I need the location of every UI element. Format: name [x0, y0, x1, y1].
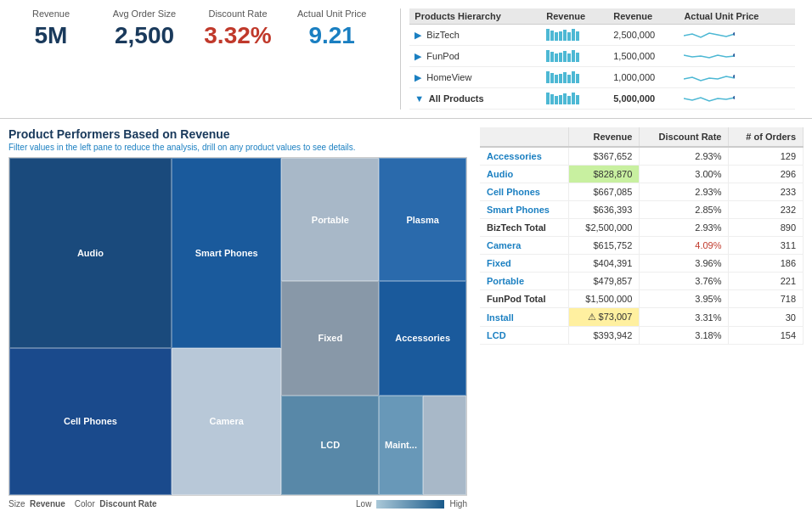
ph-row[interactable]: ▶ HomeView 1,000,000 — [409, 67, 795, 88]
dt-name[interactable]: FunPod Total — [480, 290, 569, 308]
dt-revenue: $1,500,000 — [569, 290, 640, 308]
ph-bars — [541, 25, 608, 46]
kpi-discount-label: Discount Rate — [208, 8, 267, 19]
treemap-cell-audio[interactable]: Audio — [9, 158, 172, 348]
ph-bars — [541, 67, 608, 88]
kpi-discount: Discount Rate 3.32% — [204, 8, 272, 110]
ph-value: 5,000,000 — [608, 88, 679, 110]
dt-row[interactable]: Cell Phones $667,085 2.93% 233 — [480, 183, 804, 201]
dt-name[interactable]: Audio — [480, 166, 569, 183]
data-table-section: Revenue Discount Rate # of Orders Access… — [476, 119, 812, 517]
dt-revenue: $667,085 — [569, 183, 640, 201]
dt-discount: 4.09% — [640, 237, 729, 255]
dt-discount: 2.85% — [640, 201, 729, 219]
products-hierarchy-table: Products Hierarchy Revenue Revenue Actua… — [409, 8, 795, 110]
dt-col-name — [480, 127, 569, 147]
treemap-legend: Size Revenue Color Discount Rate Low Hig… — [8, 499, 467, 509]
dt-discount: 2.93% — [640, 147, 729, 166]
legend-size-label: Size — [8, 499, 25, 509]
treemap-subtitle-static: Filter values in the left pane to reduce… — [8, 143, 200, 152]
ph-name: ▼ All Products — [409, 88, 541, 110]
dt-orders: 233 — [729, 183, 804, 201]
gradient-bar — [376, 500, 444, 509]
dt-row[interactable]: FunPod Total $1,500,000 3.95% 718 — [480, 290, 804, 308]
dt-name[interactable]: BizTech Total — [480, 219, 569, 237]
treemap-title: Product Performers Based on Revenue — [8, 127, 467, 141]
ph-value: 1,000,000 — [608, 67, 679, 88]
treemap-cell-accessories[interactable]: Accessories — [379, 281, 466, 395]
dt-orders: 154 — [729, 327, 804, 345]
dt-revenue: $636,393 — [569, 201, 640, 219]
treemap-cell-camera[interactable]: Camera — [172, 348, 281, 495]
dt-row[interactable]: Fixed $404,391 3.96% 186 — [480, 255, 804, 273]
dt-row[interactable]: Smart Phones $636,393 2.85% 232 — [480, 201, 804, 219]
dt-row[interactable]: Portable $479,857 3.76% 221 — [480, 273, 804, 290]
dt-discount: 2.93% — [640, 219, 729, 237]
dt-col-discount: Discount Rate — [640, 127, 729, 147]
dt-row[interactable]: Accessories $367,652 2.93% 129 — [480, 147, 804, 166]
svg-point-3 — [733, 96, 735, 99]
treemap-cell-fixed[interactable]: Fixed — [281, 281, 379, 395]
dt-row[interactable]: BizTech Total $2,500,000 2.93% 890 — [480, 219, 804, 237]
treemap-cell-plasma[interactable]: Plasma — [379, 158, 466, 281]
dt-name[interactable]: Portable — [480, 273, 569, 290]
treemap-subtitle: Filter values in the left pane to reduce… — [8, 143, 467, 152]
dt-name[interactable]: Install — [480, 308, 569, 327]
treemap-cell-lcd[interactable]: LCD — [281, 396, 379, 495]
ph-name[interactable]: ▶ BizTech — [409, 25, 541, 46]
ph-name[interactable]: ▶ HomeView — [409, 67, 541, 88]
dt-orders: 30 — [729, 308, 804, 327]
ph-row[interactable]: ▶ FunPod 1,500,000 — [409, 46, 795, 67]
dt-name[interactable]: Cell Phones — [480, 183, 569, 201]
dt-orders: 221 — [729, 273, 804, 290]
dt-orders: 129 — [729, 147, 804, 166]
dt-col-revenue: Revenue — [569, 127, 640, 147]
treemap-container[interactable]: AudioSmart PhonesPortablePlasmaCell Phon… — [8, 157, 467, 496]
dt-orders: 232 — [729, 201, 804, 219]
treemap-cell-maint...[interactable]: Maint... — [379, 396, 422, 495]
treemap-subtitle-link[interactable]: drill on any product values to see detai… — [202, 143, 356, 152]
dt-orders: 186 — [729, 255, 804, 273]
legend-size-metric: Revenue — [30, 499, 65, 509]
ph-row[interactable]: ▼ All Products 5,000,000 — [409, 88, 795, 110]
dt-name[interactable]: Camera — [480, 237, 569, 255]
dt-name[interactable]: Accessories — [480, 147, 569, 166]
treemap-section: Product Performers Based on Revenue Filt… — [0, 119, 476, 517]
ph-row[interactable]: ▶ BizTech 2,500,000 — [409, 25, 795, 46]
dt-name[interactable]: LCD — [480, 327, 569, 345]
kpi-revenue-label: Revenue — [32, 8, 70, 19]
legend-size: Size Revenue Color Discount Rate — [8, 499, 157, 509]
dt-revenue: $615,752 — [569, 237, 640, 255]
ph-col-unit-price: Actual Unit Price — [679, 8, 795, 25]
dt-orders: 890 — [729, 219, 804, 237]
dt-row[interactable]: LCD $393,942 3.18% 154 — [480, 327, 804, 345]
dt-discount: 2.93% — [640, 183, 729, 201]
data-table: Revenue Discount Rate # of Orders Access… — [480, 127, 804, 345]
treemap-cell-cell-phones[interactable]: Cell Phones — [9, 348, 172, 495]
treemap-cell-portable[interactable]: Portable — [281, 158, 379, 281]
ph-sparkline — [679, 67, 795, 88]
dt-name[interactable]: Fixed — [480, 255, 569, 273]
treemap-cell-empty[interactable] — [423, 396, 466, 495]
svg-point-0 — [733, 32, 735, 36]
ph-bars — [541, 46, 608, 67]
dt-revenue: $404,391 — [569, 255, 640, 273]
dt-row[interactable]: Camera $615,752 4.09% 311 — [480, 237, 804, 255]
dt-revenue: $2,500,000 — [569, 219, 640, 237]
legend-gradient: Low High — [356, 499, 467, 509]
ph-col-name: Products Hierarchy — [409, 8, 541, 25]
ph-bars — [541, 88, 608, 110]
legend-color-metric: Discount Rate — [99, 499, 156, 509]
ph-name[interactable]: ▶ FunPod — [409, 46, 541, 67]
dt-row[interactable]: Install ⚠ $73,007 3.31% 30 — [480, 308, 804, 327]
kpi-revenue: Revenue 5M — [17, 8, 85, 110]
dt-name[interactable]: Smart Phones — [480, 201, 569, 219]
kpi-avg-order-value: 2,500 — [115, 22, 174, 49]
dt-revenue: $367,652 — [569, 147, 640, 166]
treemap-cell-smart-phones[interactable]: Smart Phones — [172, 158, 281, 348]
ph-col-revenue2: Revenue — [608, 8, 679, 25]
kpi-discount-value: 3.32% — [204, 22, 271, 49]
dt-revenue: ⚠ $73,007 — [569, 308, 640, 327]
dt-row[interactable]: Audio $828,870 3.00% 296 — [480, 166, 804, 183]
dt-revenue: $479,857 — [569, 273, 640, 290]
